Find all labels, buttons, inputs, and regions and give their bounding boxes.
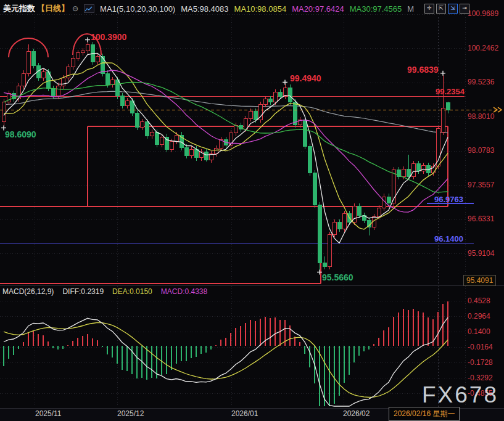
axis-scale-icon[interactable]: ⇱ xyxy=(436,4,446,14)
mini-chart-icon[interactable] xyxy=(84,4,94,13)
macd-dea-value: DEA:0.0150 xyxy=(112,287,152,296)
m-label: M xyxy=(407,4,414,14)
macd-diff-value: DIFF:0.2319 xyxy=(62,287,104,296)
macd-header: MACD(26,12,9) DIFF:0.2319 DEA:0.0150 MAC… xyxy=(2,287,207,296)
chart-toolbar: ✛ ⇱ ⇲ ⇥ xyxy=(424,4,469,14)
ma20-value: MA20:97.6424 xyxy=(292,4,344,14)
ma-settings-label[interactable]: MA1(5,10,20,30,100) xyxy=(100,4,175,14)
exit-icon[interactable]: ⇥ xyxy=(460,4,469,14)
pan-tool-icon[interactable]: ✛ xyxy=(424,4,434,14)
period-label[interactable]: 【日线】 xyxy=(37,3,69,14)
axis-pan-icon[interactable]: ⇲ xyxy=(448,4,458,14)
axis-bottom-price-tag: 95.4091 xyxy=(463,275,496,286)
ma30-value: MA30:97.4565 xyxy=(350,4,402,14)
ma5-value: MA5:98.4083 xyxy=(181,4,228,14)
collapse-icon[interactable]: ⊖ xyxy=(72,4,78,13)
selected-date-tag: 2026/02/16 星期一 xyxy=(389,407,460,421)
macd-settings-label[interactable]: MACD(26,12,9) xyxy=(2,287,54,296)
symbol-title: 美元指数 xyxy=(3,3,35,14)
ma10-value: MA10:98.0854 xyxy=(234,4,287,14)
panel-divider xyxy=(0,285,504,286)
macd-macd-value: MACD:0.4338 xyxy=(161,287,207,296)
price-chart-canvas[interactable] xyxy=(0,0,504,421)
trading-app: 美元指数【日线】⊖ MA1(5,10,20,30,100) MA5:98.408… xyxy=(0,0,504,421)
